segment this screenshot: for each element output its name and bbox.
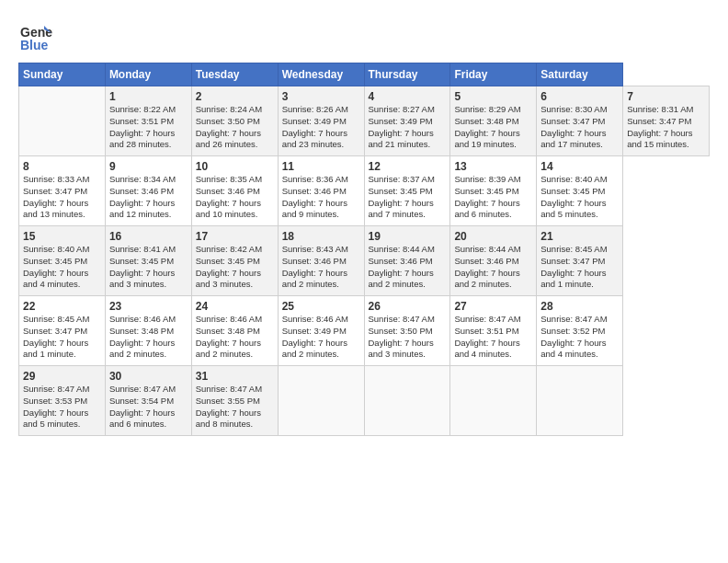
calendar-table: SundayMondayTuesdayWednesdayThursdayFrid… xyxy=(18,63,710,436)
day-number: 26 xyxy=(369,300,447,313)
day-info: Sunrise: 8:31 AMSunset: 3:47 PMDaylight:… xyxy=(627,104,705,151)
day-number: 20 xyxy=(454,230,532,243)
calendar-cell: 17Sunrise: 8:42 AMSunset: 3:45 PMDayligh… xyxy=(191,226,278,296)
column-header-friday: Friday xyxy=(450,63,537,86)
calendar-cell xyxy=(450,366,537,436)
calendar-cell: 28Sunrise: 8:47 AMSunset: 3:52 PMDayligh… xyxy=(537,296,623,366)
day-info: Sunrise: 8:44 AMSunset: 3:46 PMDaylight:… xyxy=(454,244,532,291)
column-header-tuesday: Tuesday xyxy=(191,63,278,86)
day-info: Sunrise: 8:22 AMSunset: 3:51 PMDaylight:… xyxy=(109,104,188,151)
day-info: Sunrise: 8:40 AMSunset: 3:45 PMDaylight:… xyxy=(23,244,101,291)
calendar-header: SundayMondayTuesdayWednesdayThursdayFrid… xyxy=(19,63,710,86)
calendar-cell: 29Sunrise: 8:47 AMSunset: 3:53 PMDayligh… xyxy=(19,366,106,436)
column-header-sunday: Sunday xyxy=(19,63,106,86)
day-info: Sunrise: 8:47 AMSunset: 3:52 PMDaylight:… xyxy=(540,314,619,361)
calendar-cell: 18Sunrise: 8:43 AMSunset: 3:46 PMDayligh… xyxy=(278,226,364,296)
calendar-cell: 10Sunrise: 8:35 AMSunset: 3:46 PMDayligh… xyxy=(191,156,278,226)
day-number: 25 xyxy=(282,300,360,313)
day-info: Sunrise: 8:47 AMSunset: 3:51 PMDaylight:… xyxy=(454,314,532,361)
calendar-cell xyxy=(364,366,450,436)
day-number: 1 xyxy=(109,90,188,103)
day-number: 15 xyxy=(23,230,101,243)
calendar-cell xyxy=(537,366,623,436)
calendar-cell: 27Sunrise: 8:47 AMSunset: 3:51 PMDayligh… xyxy=(450,296,537,366)
calendar-cell: 21Sunrise: 8:45 AMSunset: 3:47 PMDayligh… xyxy=(537,226,623,296)
day-number: 9 xyxy=(109,160,188,173)
calendar-cell: 16Sunrise: 8:41 AMSunset: 3:45 PMDayligh… xyxy=(105,226,191,296)
day-number: 18 xyxy=(282,230,360,243)
calendar-cell: 14Sunrise: 8:40 AMSunset: 3:45 PMDayligh… xyxy=(537,156,623,226)
logo: General Blue xyxy=(18,20,57,55)
calendar-cell: 26Sunrise: 8:47 AMSunset: 3:50 PMDayligh… xyxy=(364,296,450,366)
day-number: 29 xyxy=(23,370,101,383)
day-number: 7 xyxy=(627,90,705,103)
svg-text:Blue: Blue xyxy=(20,38,49,52)
day-info: Sunrise: 8:35 AMSunset: 3:46 PMDaylight:… xyxy=(196,174,274,221)
column-header-thursday: Thursday xyxy=(364,63,450,86)
calendar-week-2: 8Sunrise: 8:33 AMSunset: 3:47 PMDaylight… xyxy=(19,156,710,226)
calendar-cell: 4Sunrise: 8:27 AMSunset: 3:49 PMDaylight… xyxy=(364,86,450,156)
day-number: 3 xyxy=(282,90,360,103)
day-number: 16 xyxy=(109,230,188,243)
day-number: 8 xyxy=(23,160,101,173)
day-info: Sunrise: 8:27 AMSunset: 3:49 PMDaylight:… xyxy=(369,104,447,151)
calendar-cell: 22Sunrise: 8:45 AMSunset: 3:47 PMDayligh… xyxy=(19,296,106,366)
day-info: Sunrise: 8:46 AMSunset: 3:48 PMDaylight:… xyxy=(109,314,188,361)
day-info: Sunrise: 8:47 AMSunset: 3:50 PMDaylight:… xyxy=(369,314,447,361)
main-container: General Blue SundayMondayTuesdayWednesda… xyxy=(0,0,728,445)
day-info: Sunrise: 8:44 AMSunset: 3:46 PMDaylight:… xyxy=(369,244,447,291)
day-info: Sunrise: 8:46 AMSunset: 3:49 PMDaylight:… xyxy=(282,314,360,361)
day-info: Sunrise: 8:24 AMSunset: 3:50 PMDaylight:… xyxy=(196,104,274,151)
day-number: 27 xyxy=(454,300,532,313)
day-info: Sunrise: 8:47 AMSunset: 3:53 PMDaylight:… xyxy=(23,384,101,431)
day-number: 13 xyxy=(454,160,532,173)
day-info: Sunrise: 8:46 AMSunset: 3:48 PMDaylight:… xyxy=(196,314,274,361)
day-info: Sunrise: 8:43 AMSunset: 3:46 PMDaylight:… xyxy=(282,244,360,291)
calendar-cell: 24Sunrise: 8:46 AMSunset: 3:48 PMDayligh… xyxy=(191,296,278,366)
calendar-cell: 2Sunrise: 8:24 AMSunset: 3:50 PMDaylight… xyxy=(191,86,278,156)
header: General Blue xyxy=(18,17,710,55)
calendar-week-3: 15Sunrise: 8:40 AMSunset: 3:45 PMDayligh… xyxy=(19,226,710,296)
day-number: 14 xyxy=(540,160,619,173)
day-number: 17 xyxy=(196,230,274,243)
day-number: 23 xyxy=(109,300,188,313)
day-number: 22 xyxy=(23,300,101,313)
calendar-cell: 19Sunrise: 8:44 AMSunset: 3:46 PMDayligh… xyxy=(364,226,450,296)
calendar-cell: 8Sunrise: 8:33 AMSunset: 3:47 PMDaylight… xyxy=(19,156,106,226)
calendar-cell: 13Sunrise: 8:39 AMSunset: 3:45 PMDayligh… xyxy=(450,156,537,226)
calendar-cell: 9Sunrise: 8:34 AMSunset: 3:46 PMDaylight… xyxy=(105,156,191,226)
day-info: Sunrise: 8:47 AMSunset: 3:55 PMDaylight:… xyxy=(196,384,274,431)
day-info: Sunrise: 8:39 AMSunset: 3:45 PMDaylight:… xyxy=(454,174,532,221)
day-info: Sunrise: 8:34 AMSunset: 3:46 PMDaylight:… xyxy=(109,174,188,221)
calendar-cell: 5Sunrise: 8:29 AMSunset: 3:48 PMDaylight… xyxy=(450,86,537,156)
day-info: Sunrise: 8:41 AMSunset: 3:45 PMDaylight:… xyxy=(109,244,188,291)
calendar-body: 1Sunrise: 8:22 AMSunset: 3:51 PMDaylight… xyxy=(19,86,710,436)
day-info: Sunrise: 8:40 AMSunset: 3:45 PMDaylight:… xyxy=(540,174,619,221)
day-info: Sunrise: 8:30 AMSunset: 3:47 PMDaylight:… xyxy=(540,104,619,151)
calendar-cell: 15Sunrise: 8:40 AMSunset: 3:45 PMDayligh… xyxy=(19,226,106,296)
day-number: 21 xyxy=(540,230,619,243)
calendar-cell: 12Sunrise: 8:37 AMSunset: 3:45 PMDayligh… xyxy=(364,156,450,226)
day-info: Sunrise: 8:33 AMSunset: 3:47 PMDaylight:… xyxy=(23,174,101,221)
calendar-cell: 23Sunrise: 8:46 AMSunset: 3:48 PMDayligh… xyxy=(105,296,191,366)
day-info: Sunrise: 8:37 AMSunset: 3:45 PMDaylight:… xyxy=(369,174,447,221)
calendar-cell: 30Sunrise: 8:47 AMSunset: 3:54 PMDayligh… xyxy=(105,366,191,436)
calendar-cell: 20Sunrise: 8:44 AMSunset: 3:46 PMDayligh… xyxy=(450,226,537,296)
calendar-week-1: 1Sunrise: 8:22 AMSunset: 3:51 PMDaylight… xyxy=(19,86,710,156)
day-number: 2 xyxy=(196,90,274,103)
calendar-cell: 1Sunrise: 8:22 AMSunset: 3:51 PMDaylight… xyxy=(105,86,191,156)
calendar-week-4: 22Sunrise: 8:45 AMSunset: 3:47 PMDayligh… xyxy=(19,296,710,366)
calendar-week-5: 29Sunrise: 8:47 AMSunset: 3:53 PMDayligh… xyxy=(19,366,710,436)
day-number: 4 xyxy=(369,90,447,103)
day-info: Sunrise: 8:45 AMSunset: 3:47 PMDaylight:… xyxy=(540,244,619,291)
day-number: 5 xyxy=(454,90,532,103)
calendar-cell: 3Sunrise: 8:26 AMSunset: 3:49 PMDaylight… xyxy=(278,86,364,156)
day-number: 28 xyxy=(540,300,619,313)
day-info: Sunrise: 8:42 AMSunset: 3:45 PMDaylight:… xyxy=(196,244,274,291)
calendar-cell: 6Sunrise: 8:30 AMSunset: 3:47 PMDaylight… xyxy=(537,86,623,156)
day-number: 12 xyxy=(369,160,447,173)
day-info: Sunrise: 8:47 AMSunset: 3:54 PMDaylight:… xyxy=(109,384,188,431)
calendar-cell xyxy=(278,366,364,436)
day-number: 30 xyxy=(109,370,188,383)
day-number: 6 xyxy=(540,90,619,103)
